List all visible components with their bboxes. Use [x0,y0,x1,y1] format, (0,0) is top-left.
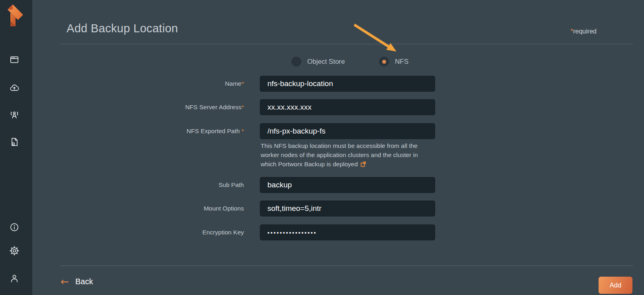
page-title: Add Backup Location [67,22,178,35]
radio-label: NFS [395,58,408,66]
sidebar-item-about[interactable] [9,222,20,232]
back-label: Back [75,277,93,286]
required-asterisk: * [242,104,244,110]
cloud-upload-icon [9,83,20,93]
broadcast-icon [9,110,20,120]
sidebar-item-applications[interactable] [9,55,20,65]
info-icon [9,222,20,232]
mount-options-input[interactable] [260,201,435,216]
footer-divider [61,266,633,266]
settings-gear-icon [9,246,20,256]
annotation-arrow-icon [351,22,401,57]
name-label: Name* [32,76,244,92]
radio-object-store[interactable]: Object Store [291,57,345,67]
nfs-exported-path-label: NFS Exported Path * [32,123,244,139]
license-icon [9,137,20,147]
encryption-key-label: Encryption Key [32,224,244,240]
required-asterisk: * [242,80,244,87]
required-asterisk: * [242,128,244,134]
sidebar-item-monitoring[interactable] [9,110,20,120]
add-button[interactable]: Add [599,277,632,294]
sidebar-item-profile[interactable] [9,273,20,283]
nfs-server-address-input[interactable] [260,99,435,115]
sidebar-item-license[interactable] [9,137,20,147]
sub-path-input[interactable] [260,177,435,193]
sidebar-item-settings[interactable] [9,246,20,256]
back-button[interactable]: ← Back [61,277,93,287]
header-divider [61,44,633,44]
radio-circle-unselected [291,57,301,67]
radio-nfs[interactable]: NFS [379,57,408,67]
sub-path-label: Sub Path [32,177,244,193]
sidebar-item-backup[interactable] [9,83,20,93]
required-text: required [573,28,597,35]
radio-circle-selected [379,57,389,67]
radio-label: Object Store [307,58,345,66]
back-arrow-icon: ← [61,277,69,287]
external-link-icon[interactable] [360,161,366,167]
nfs-exported-path-input[interactable] [260,123,435,139]
encryption-key-input[interactable] [260,224,435,240]
app-window-icon [9,55,20,65]
nfs-exported-path-help: This NFS backup location must be accessi… [261,141,441,169]
name-input[interactable] [260,76,435,92]
user-icon [9,273,20,283]
required-note: *required [571,28,597,35]
sidebar [0,0,32,295]
nfs-server-address-label: NFS Server Address* [32,99,244,115]
main-content: Add Backup Location *required Object Sto… [32,0,644,295]
portworx-logo [6,4,24,29]
mount-options-label: Mount Options [32,201,244,216]
